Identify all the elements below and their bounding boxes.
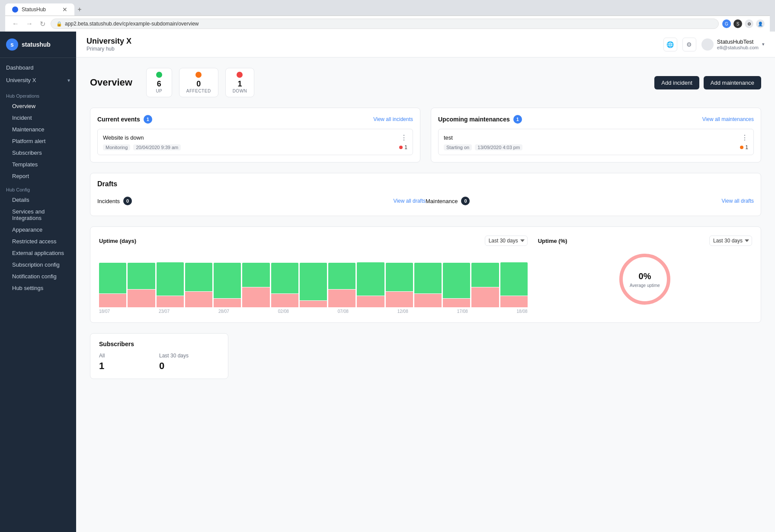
sidebar-sub-item-templates[interactable]: Templates — [0, 159, 76, 170]
user-name: StatusHubTest — [717, 38, 759, 45]
bar-label: 12/08 — [397, 309, 408, 314]
settings-globe-button[interactable]: 🌐 — [663, 38, 677, 51]
sidebar-sub-item-external[interactable]: External applications — [0, 247, 76, 259]
bar-label: 18/07 — [99, 309, 110, 314]
overview-header: Overview 6 UP 0 AFFECTED 1 — [90, 68, 761, 97]
maintenance-starting-value: 13/09/2020 4:03 pm — [475, 144, 522, 150]
status-badge-affected: 0 AFFECTED — [179, 68, 218, 97]
status-badge-down: 1 DOWN — [225, 68, 255, 97]
bar-red — [328, 290, 355, 307]
sidebar-item-dashboard[interactable]: Dashboard — [0, 61, 76, 74]
uptime-days-period-select[interactable]: Last 30 days Last 7 days Last 90 days — [485, 236, 528, 246]
bar-group — [242, 263, 269, 307]
sidebar-item-label: Dashboard — [6, 64, 34, 71]
event-count: 1 — [404, 144, 407, 150]
subscribers-all-value: 1 — [99, 360, 159, 372]
bar-red — [500, 296, 528, 307]
bar-green — [500, 262, 528, 296]
lock-icon: 🔒 — [56, 21, 62, 27]
maintenance-title: test — [444, 134, 453, 141]
bar-green — [386, 263, 413, 291]
close-icon[interactable]: ✕ — [62, 6, 67, 13]
sidebar-sub-item-incident[interactable]: Incident — [0, 112, 76, 124]
maintenance-menu-icon[interactable]: ⋮ — [741, 134, 748, 142]
subscribers-last30-value: 0 — [159, 360, 219, 372]
logo-icon: s — [6, 38, 18, 51]
sidebar-sub-item-details[interactable]: Details — [0, 194, 76, 206]
drafts-maintenance-view-all-link[interactable]: View all drafts — [722, 198, 754, 204]
bar-green — [128, 263, 155, 289]
sidebar: s statushub Dashboard University X ▾ Hub… — [0, 32, 76, 532]
upcoming-maintenances-title: Upcoming maintenances — [438, 116, 510, 123]
sidebar-item-university-x[interactable]: University X ▾ — [0, 74, 76, 86]
reload-button[interactable]: ↻ — [38, 19, 47, 29]
url-bar[interactable]: 🔒 app2.beta.statushub.dev/cp/example-sub… — [51, 19, 719, 29]
browser-ext-icon-3[interactable]: ⚙ — [745, 19, 753, 28]
browser-ext-icon-2[interactable]: S — [733, 19, 742, 28]
bar-group — [357, 262, 384, 307]
bar-red — [300, 301, 327, 307]
uptime-pct-title: Uptime (%) — [538, 238, 567, 244]
bar-green — [300, 263, 327, 300]
sidebar-sub-item-notification[interactable]: Notification config — [0, 271, 76, 282]
topbar-user[interactable]: StatusHubTest elli@statushub.com ▾ — [701, 38, 765, 51]
uptime-avg-label: Average uptime — [630, 283, 660, 288]
logo-text: statushub — [22, 41, 51, 48]
user-email: elli@statushub.com — [717, 45, 759, 50]
sidebar-sub-item-services[interactable]: Services and Integrations — [0, 206, 76, 224]
forward-button[interactable]: → — [24, 19, 35, 29]
drafts-maintenance-badge: 0 — [461, 197, 470, 205]
bar-red — [242, 287, 269, 307]
bar-red — [386, 292, 413, 307]
bar-group — [300, 263, 327, 307]
bar-green — [99, 263, 126, 293]
back-button[interactable]: ← — [10, 19, 21, 29]
maintenance-card-test: test ⋮ Starting on 13/09/2020 4:03 pm 1 — [438, 129, 754, 155]
uptime-pct-period-select[interactable]: Last 30 days Last 7 days Last 90 days — [709, 236, 752, 246]
current-events-panel: Current events 1 View all incidents Webs… — [90, 108, 420, 162]
bar-red — [185, 292, 212, 307]
bar-green — [357, 262, 384, 296]
sidebar-sub-item-overview[interactable]: Overview — [0, 100, 76, 112]
sidebar-sub-item-report[interactable]: Report — [0, 170, 76, 182]
subscribers-all-label: All — [99, 353, 159, 359]
sidebar-sub-item-appearance[interactable]: Appearance — [0, 224, 76, 236]
bar-group — [500, 262, 528, 307]
sidebar-sub-item-platform-alert[interactable]: Platform alert — [0, 135, 76, 147]
bar-red — [99, 294, 126, 307]
new-tab-button[interactable]: + — [74, 4, 85, 15]
event-menu-icon[interactable]: ⋮ — [400, 134, 407, 142]
bar-label: 17/08 — [457, 309, 468, 314]
view-all-incidents-link[interactable]: View all incidents — [373, 116, 413, 122]
event-tag-value: 20/04/2020 9:39 am — [133, 144, 181, 150]
sidebar-sub-item-restricted[interactable]: Restricted access — [0, 236, 76, 247]
drafts-section: Drafts Incidents 0 View all drafts — [90, 173, 761, 216]
uptime-circle: 0% Average uptime — [538, 251, 752, 307]
sidebar-sub-item-maintenance[interactable]: Maintenance — [0, 124, 76, 135]
sidebar-sub-item-hub-settings[interactable]: Hub settings — [0, 282, 76, 294]
event-card-website-down: Website is down ⋮ Monitoring 20/04/2020 … — [97, 129, 413, 155]
upcoming-maintenances-badge: 1 — [513, 115, 522, 124]
drafts-maintenance-label: Maintenance — [426, 198, 458, 204]
status-affected-label: AFFECTED — [186, 89, 211, 93]
sections-grid: Current events 1 View all incidents Webs… — [90, 108, 761, 162]
url-text: app2.beta.statushub.dev/cp/example-subdo… — [65, 21, 199, 27]
add-incident-button[interactable]: Add incident — [654, 76, 699, 89]
bar-green — [242, 263, 269, 287]
uptime-days-title: Uptime (days) — [99, 238, 136, 244]
bar-group — [414, 263, 442, 307]
view-all-maintenances-link[interactable]: View all maintenances — [702, 116, 754, 122]
dot-red — [399, 146, 403, 149]
bar-green — [414, 263, 442, 293]
sidebar-sub-item-subscription[interactable]: Subscription config — [0, 259, 76, 271]
browser-ext-icon-1[interactable]: G — [722, 19, 731, 28]
sidebar-sub-item-subscribers[interactable]: Subscribers — [0, 147, 76, 159]
browser-tab[interactable]: StatusHub ✕ — [5, 3, 74, 16]
settings-gear-button[interactable]: ⚙ — [682, 38, 696, 51]
add-maintenance-button[interactable]: Add maintenance — [704, 76, 761, 89]
browser-ext-icon-4[interactable]: 👤 — [756, 19, 765, 28]
drafts-incidents-view-all-link[interactable]: View all drafts — [394, 198, 426, 204]
bar-red — [271, 294, 298, 307]
status-dot-green — [156, 72, 162, 78]
bar-label: 18/08 — [517, 309, 528, 314]
